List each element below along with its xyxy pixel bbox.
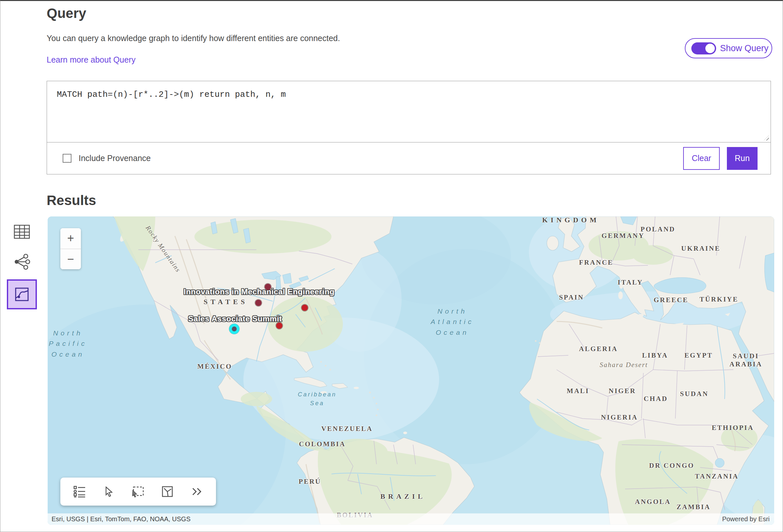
clear-button[interactable]: Clear (683, 147, 720, 170)
map-view-button[interactable] (7, 279, 37, 309)
map-toolbar (60, 477, 216, 506)
legend-button[interactable] (70, 482, 89, 501)
toolbar-expand-button[interactable] (187, 482, 207, 501)
entity-point-3[interactable] (302, 305, 308, 311)
select-by-rectangle-button[interactable] (128, 482, 148, 501)
toggle-switch-icon[interactable] (691, 42, 716, 55)
results-title: Results (46, 193, 96, 208)
query-input[interactable]: MATCH path=(n)-[r*..2]->(m) return path,… (47, 81, 771, 142)
select-polygon-icon (161, 486, 173, 497)
page-title: Query (46, 5, 86, 21)
run-button[interactable]: Run (727, 147, 757, 170)
select-cursor-button[interactable] (99, 482, 119, 501)
page-description: You can query a knowledge graph to ident… (46, 34, 340, 43)
entity-point-4[interactable] (276, 322, 283, 329)
query-editor-panel: MATCH path=(n)-[r*..2]->(m) return path,… (46, 81, 771, 174)
query-actions-row: Include Provenance Clear Run (47, 142, 771, 174)
expand-icon (191, 487, 202, 496)
include-provenance-label: Include Provenance (79, 154, 151, 163)
link-chart-view-button[interactable] (7, 247, 37, 277)
map-zoom-control: + − (60, 228, 81, 269)
powered-by-text: Powered by Esri (722, 516, 774, 523)
select-rectangle-icon (131, 486, 145, 497)
query-page: Query You can query a knowledge graph to… (0, 0, 783, 532)
legend-icon (73, 486, 86, 497)
map-icon (14, 287, 29, 302)
entity-point-5[interactable] (229, 324, 240, 334)
include-provenance-checkbox[interactable] (63, 154, 71, 163)
table-view-button[interactable] (7, 217, 37, 247)
results-map[interactable]: KINGDOMPOLANDGERMANYUKRAINEFRANCEITALYSP… (48, 217, 774, 525)
zoom-out-button[interactable]: − (60, 249, 81, 270)
resize-grip-icon[interactable] (764, 135, 769, 140)
show-query-toggle[interactable]: Show Query (685, 38, 772, 58)
entity-point-1[interactable] (264, 284, 271, 290)
map-attribution-bar: Esri, USGS | Esri, TomTom, FAO, NOAA, US… (48, 513, 774, 525)
attribution-text: Esri, USGS | Esri, TomTom, FAO, NOAA, US… (48, 516, 191, 523)
zoom-in-button[interactable]: + (60, 228, 81, 249)
link-chart-icon (13, 254, 30, 270)
select-by-polygon-button[interactable] (158, 482, 177, 501)
cursor-icon (105, 486, 113, 497)
toggle-label: Show Query (720, 43, 769, 54)
learn-more-link[interactable]: Learn more about Query (46, 55, 135, 65)
table-icon (14, 225, 30, 239)
entity-point-2[interactable] (255, 300, 261, 306)
